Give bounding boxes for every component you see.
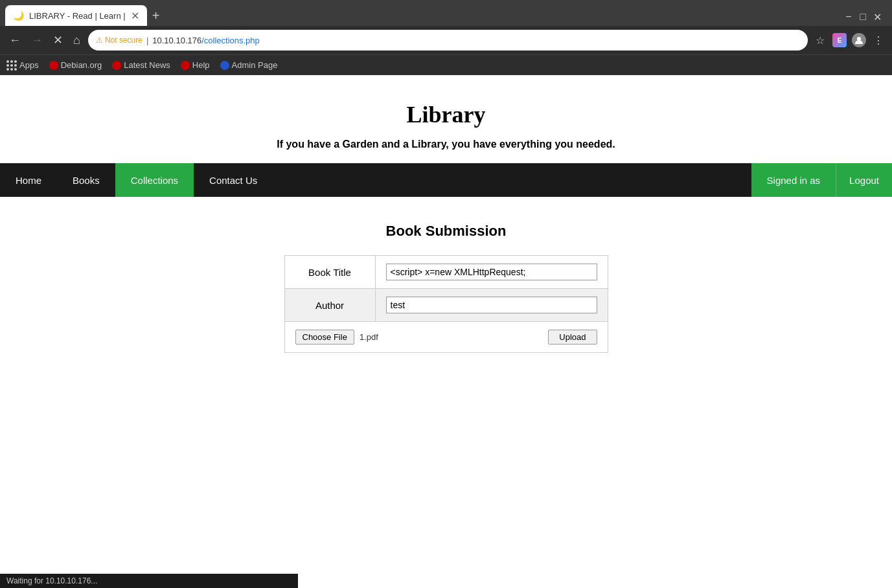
news-icon xyxy=(112,61,121,70)
debian-icon xyxy=(49,61,58,70)
help-icon xyxy=(181,61,190,70)
choose-file-button[interactable]: Choose File xyxy=(295,330,354,345)
apps-grid-icon xyxy=(6,60,17,71)
book-title-row: Book Title xyxy=(284,256,608,289)
book-submission-form: Book Submission Book Title Author xyxy=(284,223,608,353)
site-title: Library xyxy=(13,101,879,128)
bookmark-admin[interactable]: Admin Page xyxy=(220,60,278,70)
tab-title: LIBRARY - Read | Learn | xyxy=(29,11,126,21)
main-content: Book Submission Book Title Author xyxy=(0,197,892,379)
address-bar: ← → ✕ ⌂ ⚠ Not secure | 10.10.10.176/coll… xyxy=(0,26,892,54)
new-tab-button[interactable]: + xyxy=(147,8,165,23)
forward-button[interactable]: → xyxy=(29,32,45,49)
bookmarks-bar: Apps Debian.org Latest News Help Admin P… xyxy=(0,54,892,75)
file-name: 1.pdf xyxy=(360,332,378,342)
active-tab[interactable]: 🌙 LIBRARY - Read | Learn | ✕ xyxy=(5,5,147,26)
address-text: 10.10.10.176/collections.php xyxy=(152,36,260,45)
navbar-spacer xyxy=(273,163,751,197)
nav-logout[interactable]: Logout xyxy=(836,163,892,197)
tab-bar: 🌙 LIBRARY - Read | Learn | ✕ + − □ ✕ xyxy=(0,0,892,26)
book-title-input[interactable] xyxy=(386,264,597,280)
nav-home[interactable]: Home xyxy=(0,163,57,197)
extension-icon[interactable]: E xyxy=(832,33,847,47)
book-title-label: Book Title xyxy=(284,256,375,289)
back-button[interactable]: ← xyxy=(6,32,23,49)
warning-icon: ⚠ xyxy=(96,36,103,45)
address-box[interactable]: ⚠ Not secure | 10.10.10.176/collections.… xyxy=(88,30,808,51)
page-content: Library If you have a Garden and a Libra… xyxy=(0,75,892,528)
reload-button[interactable]: ✕ xyxy=(51,32,65,49)
author-input-cell xyxy=(375,289,608,322)
home-button[interactable]: ⌂ xyxy=(71,32,83,49)
book-title-input-cell xyxy=(375,256,608,289)
file-upload-cell: Choose File 1.pdf Upload xyxy=(284,322,608,353)
author-label: Author xyxy=(284,289,375,322)
apps-bookmark[interactable]: Apps xyxy=(6,60,39,71)
window-controls: − □ ✕ xyxy=(844,11,887,20)
browser-chrome: 🌙 LIBRARY - Read | Learn | ✕ + − □ ✕ ← →… xyxy=(0,0,892,75)
site-tagline: If you have a Garden and a Library, you … xyxy=(13,139,879,150)
navbar: Home Books Collections Contact Us Signed… xyxy=(0,163,892,197)
upload-button[interactable]: Upload xyxy=(548,330,597,345)
nav-contact-us[interactable]: Contact Us xyxy=(194,163,273,197)
form-title: Book Submission xyxy=(284,223,608,240)
admin-icon xyxy=(220,61,229,70)
bookmark-star-icon[interactable]: ☆ xyxy=(813,33,827,47)
form-table: Book Title Author Choose File 1. xyxy=(284,255,608,353)
menu-icon[interactable]: ⋮ xyxy=(871,33,886,47)
author-input[interactable] xyxy=(386,297,597,313)
toolbar-right: ☆ E ⋮ xyxy=(813,33,886,47)
security-warning: ⚠ Not secure xyxy=(96,36,143,45)
nav-signed-in: Signed in as xyxy=(751,163,836,197)
bookmark-help[interactable]: Help xyxy=(181,60,210,70)
nav-collections[interactable]: Collections xyxy=(115,163,194,197)
tab-favicon: 🌙 xyxy=(13,10,24,21)
bookmark-debian[interactable]: Debian.org xyxy=(49,60,102,70)
profile-icon[interactable] xyxy=(852,33,866,47)
file-controls: Choose File 1.pdf Upload xyxy=(295,330,597,345)
restore-button[interactable]: □ xyxy=(858,11,867,20)
tab-close-button[interactable]: ✕ xyxy=(131,10,139,22)
file-row: Choose File 1.pdf Upload xyxy=(284,322,608,353)
author-row: Author xyxy=(284,289,608,322)
site-header: Library If you have a Garden and a Libra… xyxy=(0,75,892,163)
nav-books[interactable]: Books xyxy=(57,163,115,197)
close-button[interactable]: ✕ xyxy=(873,11,882,20)
bookmark-latest-news[interactable]: Latest News xyxy=(112,60,170,70)
minimize-button[interactable]: − xyxy=(844,11,853,20)
